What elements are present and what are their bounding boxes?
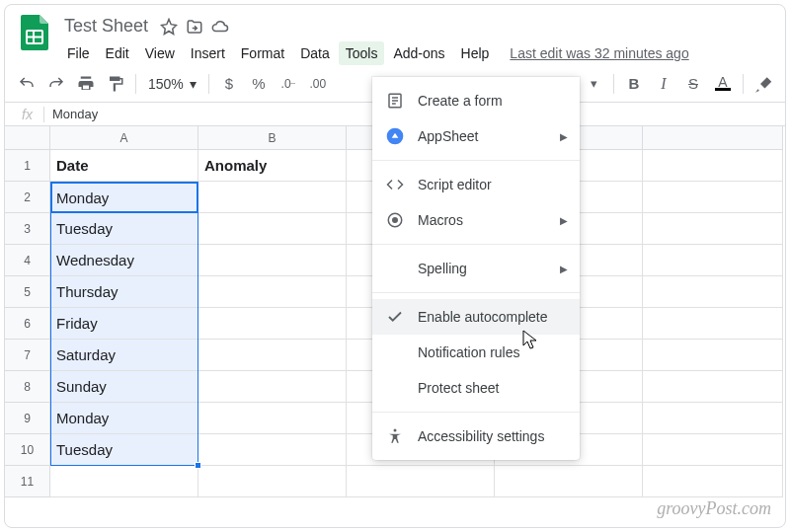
menu-label: Spelling	[418, 261, 560, 276]
move-icon[interactable]	[186, 18, 203, 36]
paint-format-button[interactable]	[102, 70, 129, 98]
row-header[interactable]: 10	[5, 434, 50, 466]
cell[interactable]	[198, 340, 347, 371]
menu-script-editor[interactable]: Script editor	[372, 167, 580, 202]
menu-label: Script editor	[418, 177, 568, 192]
fill-color-button[interactable]	[750, 70, 777, 98]
menu-view[interactable]: View	[138, 41, 182, 65]
cell[interactable]	[643, 340, 783, 371]
selection-handle[interactable]	[195, 462, 201, 469]
redo-button[interactable]	[42, 70, 70, 98]
strikethrough-button[interactable]: S	[679, 70, 707, 98]
row-header[interactable]: 9	[5, 403, 50, 434]
cell[interactable]	[643, 182, 783, 213]
select-all-corner[interactable]	[5, 126, 50, 150]
menu-create-form[interactable]: Create a form	[372, 83, 580, 118]
last-edit-link[interactable]: Last edit was 32 minutes ago	[510, 45, 688, 61]
percent-button[interactable]: %	[245, 70, 273, 98]
text-color-button[interactable]: A	[709, 70, 737, 98]
cell[interactable]: Anomaly	[198, 150, 347, 182]
row-header[interactable]: 4	[5, 245, 50, 276]
cell-active[interactable]: Monday	[50, 182, 198, 213]
menu-data[interactable]: Data	[293, 41, 337, 65]
cell[interactable]: Monday	[50, 403, 198, 434]
decrease-decimal-button[interactable]: .0_	[275, 70, 302, 98]
menu-addons[interactable]: Add-ons	[386, 41, 451, 65]
menu-macros[interactable]: Macros ▶	[372, 202, 580, 238]
cell[interactable]	[643, 276, 783, 308]
menu-enable-autocomplete[interactable]: Enable autocomplete	[372, 299, 580, 335]
row-header[interactable]: 11	[5, 466, 50, 497]
row-header[interactable]: 2	[5, 182, 50, 213]
script-icon	[384, 174, 406, 195]
cloud-icon[interactable]	[211, 18, 229, 36]
row-header[interactable]: 1	[5, 150, 50, 182]
currency-button[interactable]: $	[215, 70, 243, 98]
italic-button[interactable]: I	[650, 70, 677, 98]
row-header[interactable]: 5	[5, 276, 50, 308]
cell[interactable]: Date	[50, 150, 198, 182]
menu-accessibility[interactable]: Accessibility settings	[372, 418, 580, 454]
cell[interactable]: Thursday	[50, 276, 198, 308]
star-icon[interactable]	[160, 18, 178, 36]
cell[interactable]	[198, 182, 347, 213]
cell[interactable]	[198, 434, 347, 466]
cell[interactable]	[643, 308, 783, 340]
menu-notification-rules[interactable]: Notification rules	[372, 335, 580, 370]
row-header[interactable]: 8	[5, 371, 50, 403]
menu-file[interactable]: File	[60, 41, 97, 65]
row-header[interactable]: 3	[5, 213, 50, 245]
cell[interactable]	[198, 371, 347, 403]
cell[interactable]	[198, 308, 347, 340]
menu-appsheet[interactable]: AppSheet ▶	[372, 118, 580, 154]
cell[interactable]	[643, 371, 783, 403]
cell[interactable]	[198, 245, 347, 276]
cell[interactable]	[198, 213, 347, 245]
menu-label: Enable autocomplete	[418, 309, 568, 325]
cell[interactable]	[347, 466, 495, 497]
menu-format[interactable]: Format	[234, 41, 291, 65]
tools-menu-dropdown: Create a form AppSheet ▶ Script editor M…	[372, 77, 580, 460]
col-header-e[interactable]	[643, 126, 783, 150]
print-button[interactable]	[72, 70, 100, 98]
header: Test Sheet File Edit View Insert Format …	[5, 5, 785, 65]
menu-protect-sheet[interactable]: Protect sheet	[372, 370, 580, 406]
row-header[interactable]: 6	[5, 308, 50, 340]
cell[interactable]	[643, 150, 783, 182]
menu-label: Accessibility settings	[418, 428, 568, 444]
cell[interactable]	[198, 276, 347, 308]
cell[interactable]	[50, 466, 198, 497]
cell[interactable]	[643, 434, 783, 466]
cell[interactable]: Wednesday	[50, 245, 198, 276]
cell[interactable]	[643, 213, 783, 245]
zoom-select[interactable]: 150%▾	[142, 76, 202, 92]
increase-decimal-button[interactable]: .00	[304, 70, 332, 98]
cell[interactable]: Saturday	[50, 340, 198, 371]
row-header[interactable]: 7	[5, 340, 50, 371]
cell[interactable]	[643, 403, 783, 434]
cell[interactable]	[643, 466, 783, 497]
cell[interactable]	[198, 466, 347, 497]
menu-edit[interactable]: Edit	[99, 41, 136, 65]
menu-help[interactable]: Help	[454, 41, 497, 65]
cell[interactable]: Tuesday	[50, 434, 198, 466]
formula-input[interactable]: Monday	[44, 107, 98, 121]
sheets-logo[interactable]	[15, 13, 54, 52]
menu-spelling[interactable]: Spelling ▶	[372, 251, 580, 286]
cell[interactable]: Tuesday	[50, 213, 198, 245]
bold-button[interactable]: B	[620, 70, 648, 98]
appsheet-icon	[384, 125, 406, 147]
menu-insert[interactable]: Insert	[184, 41, 232, 65]
col-header-a[interactable]: A	[50, 126, 198, 150]
cell[interactable]	[198, 403, 347, 434]
undo-button[interactable]	[13, 70, 40, 98]
cell[interactable]	[643, 245, 783, 276]
cell[interactable]: Friday	[50, 308, 198, 340]
col-header-b[interactable]: B	[198, 126, 347, 150]
font-size-dropdown[interactable]: ▾	[580, 70, 607, 98]
menu-label: AppSheet	[418, 128, 560, 144]
cell[interactable]	[495, 466, 643, 497]
menu-tools[interactable]: Tools	[339, 41, 385, 65]
doc-title[interactable]: Test Sheet	[60, 15, 152, 38]
cell[interactable]: Sunday	[50, 371, 198, 403]
